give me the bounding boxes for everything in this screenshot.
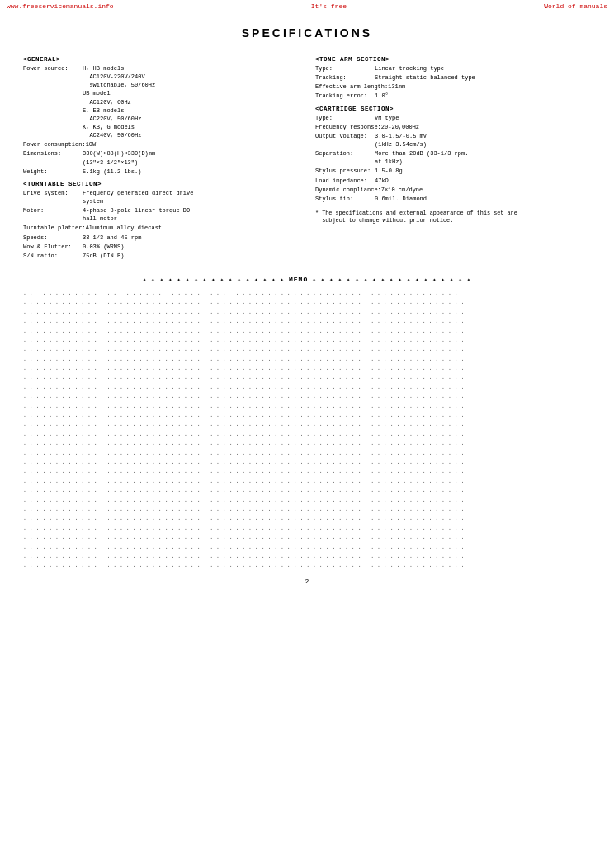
separation-value: More than 20dB (33-1/3 rpm. at 1kHz): [375, 149, 591, 166]
memo-dot-line: . . . . . . . . . . . . . . . . . . . . …: [23, 299, 591, 307]
power-source-value: H, HB models AC120V-220V/240V switchable…: [83, 64, 299, 139]
turntable-platter-value: Aluminum alloy diecast: [86, 224, 299, 232]
header-brand: World of manuals: [544, 2, 607, 10]
stylus-tip-label: Stylus tip:: [315, 195, 375, 203]
memo-dot-line: . . . . . . . . . . . . . . . . . . . . …: [23, 544, 591, 552]
stylus-pressure-label: Stylus pressure:: [315, 167, 375, 175]
memo-label: MEMO: [289, 276, 308, 283]
dynamic-compliance-label: Dynamic compliance:: [315, 186, 381, 194]
memo-dot-line: . . . . . . . . . . . . . . . . . . . . …: [23, 318, 591, 326]
effective-arm-label: Effective arm length:: [315, 83, 388, 91]
motor-value: 4-phase 8-pole linear torque DD hall mot…: [83, 206, 299, 223]
dimensions-row: Dimensions: 330(W)×88(H)×330(D)mm (13"×3…: [23, 149, 299, 166]
sn-ratio-label: S/N ratio:: [23, 252, 83, 260]
turntable-platter-row: Turntable platter: Aluminum alloy diecas…: [23, 224, 299, 232]
cartridge-type-label: Type:: [315, 114, 375, 122]
power-consumption-label: Power consumption:: [23, 140, 86, 149]
memo-dot-line: . . . . . . . . . . . . . . . . . . . . …: [23, 553, 591, 561]
tracking-error-value: 1.0°: [375, 92, 591, 100]
memo-dot-line: . . . . . . . . . . . . . . . . . . . . …: [23, 525, 591, 533]
tracking-error-label: Tracking error:: [315, 92, 375, 100]
motor-row: Motor: 4-phase 8-pole linear torque DD h…: [23, 206, 299, 223]
memo-dot-line: . . . . . . . . . . . . . . . . . . . . …: [23, 384, 591, 392]
stylus-tip-row: Stylus tip: 0.6mil. Diamond: [315, 195, 591, 203]
memo-dot-line: . . . . . . . . . . . . . . . . . . . . …: [23, 562, 591, 570]
load-impedance-label: Load impedance:: [315, 177, 375, 185]
memo-dot-line: . . . . . . . . . . . . . . . . . . . . …: [23, 328, 591, 336]
memo-dot-line: . . . . . . . . . . . . . . . . . . . . …: [23, 515, 591, 523]
memo-dot-lines: . . . . . . . . . . . . . . . . . . . . …: [23, 290, 591, 571]
freq-response-value: 20-20,000Hz: [381, 123, 591, 131]
memo-dot-line: . . . . . . . . . . . . . . . . . . . . …: [23, 440, 591, 448]
tone-arm-type-row: Type: Linear tracking type: [315, 64, 591, 73]
load-impedance-row: Load impedance: 47kΩ: [315, 177, 591, 185]
memo-stars-right: ✦ ✦ ✦ ✦ ✦ ✦ ✦ ✦ ✦ ✦ ✦ ✦ ✦ ✦ ✦ ✦ ✦ ✦ ✦: [308, 276, 471, 283]
power-consumption-row: Power consumption: 10W: [23, 140, 299, 149]
memo-dot-line: . . . . . . . . . . . . . . . . . . . . …: [23, 468, 591, 476]
effective-arm-row: Effective arm length: 131mm: [315, 83, 591, 91]
power-source-row: Power source: H, HB models AC120V-220V/2…: [23, 64, 299, 139]
weight-value: 5.1kg (11.2 lbs.): [83, 167, 299, 176]
tone-arm-type-value: Linear tracking type: [375, 64, 591, 73]
memo-dot-line: . . . . . . . . . . . . . . . . . . . . …: [23, 393, 591, 401]
dimensions-value: 330(W)×88(H)×330(D)mm (13"×3 1/2"×13"): [83, 149, 299, 166]
memo-dot-line: . . . . . . . . . . . . . . . . . . . . …: [23, 403, 591, 411]
memo-stars-left: ✦ ✦ ✦ ✦ ✦ ✦ ✦ ✦ ✦ ✦ ✦ ✦ ✦ ✦ ✦ ✦ ✦: [143, 276, 289, 283]
sn-ratio-value: 75dB (DIN B): [83, 252, 299, 260]
stylus-tip-value: 0.6mil. Diamond: [375, 195, 591, 203]
memo-header: ✦ ✦ ✦ ✦ ✦ ✦ ✦ ✦ ✦ ✦ ✦ ✦ ✦ ✦ ✦ ✦ ✦ MEMO ✦…: [23, 276, 591, 283]
speeds-row: Speeds: 33 1/3 and 45 rpm: [23, 234, 299, 242]
separation-label: Separation:: [315, 149, 375, 166]
stylus-pressure-row: Stylus pressure: 1.5-0.8g: [315, 167, 591, 175]
general-section-title: <GENERAL>: [23, 56, 299, 63]
power-source-label: Power source:: [23, 64, 83, 139]
memo-section: ✦ ✦ ✦ ✦ ✦ ✦ ✦ ✦ ✦ ✦ ✦ ✦ ✦ ✦ ✦ ✦ ✦ MEMO ✦…: [23, 276, 591, 283]
dimensions-label: Dimensions:: [23, 149, 83, 166]
output-voltage-value: 3.0-1.5/-0.5 mV (1kHz 3.54cm/s): [375, 132, 591, 149]
wow-flutter-value: 0.03% (WRMS): [83, 243, 299, 251]
dynamic-compliance-value: 7×10 cm/dyne: [381, 186, 591, 194]
weight-row: Weight: 5.1kg (11.2 lbs.): [23, 167, 299, 176]
cartridge-type-row: Type: VM type: [315, 114, 591, 122]
cartridge-section-title: <CARTRIDGE SECTION>: [315, 106, 591, 112]
output-voltage-row: Output voltage: 3.0-1.5/-0.5 mV (1kHz 3.…: [315, 132, 591, 149]
memo-dot-line: . . . . . . . . . . . . . . . . . . . . …: [23, 356, 591, 364]
specs-right-column: <TONE ARM SECTION> Type: Linear tracking…: [307, 51, 591, 261]
cartridge-type-value: VM type: [375, 114, 591, 122]
speeds-value: 33 1/3 and 45 rpm: [83, 234, 299, 242]
speeds-label: Speeds:: [23, 234, 83, 242]
drive-system-row: Drive system: Frequency generated direct…: [23, 189, 299, 205]
memo-dot-line: . . . . . . . . . . . . . . . . . . . . …: [23, 374, 591, 382]
memo-dot-line: . . . . . . . . . . . . . . . . . . . . …: [23, 290, 591, 298]
specs-left-column: <GENERAL> Power source: H, HB models AC1…: [23, 51, 307, 261]
header-tagline: It's free: [311, 2, 347, 10]
memo-dot-line: . . . . . . . . . . . . . . . . . . . . …: [23, 337, 591, 345]
output-voltage-label: Output voltage:: [315, 132, 375, 149]
memo-dot-line: . . . . . . . . . . . . . . . . . . . . …: [23, 309, 591, 317]
wow-flutter-row: Wow & Flutter: 0.03% (WRMS): [23, 243, 299, 251]
page-title: SPECIFICATIONS: [0, 26, 614, 40]
tracking-label: Tracking:: [315, 73, 375, 82]
freq-response-row: Frequency response: 20-20,000Hz: [315, 123, 591, 131]
memo-dot-line: . . . . . . . . . . . . . . . . . . . . …: [23, 346, 591, 354]
tracking-row: Tracking: Straight static balanced type: [315, 73, 591, 82]
power-consumption-value: 10W: [86, 140, 299, 149]
tracking-value: Straight static balanced type: [375, 73, 591, 82]
memo-dot-line: . . . . . . . . . . . . . . . . . . . . …: [23, 497, 591, 505]
drive-system-value: Frequency generated direct drive system: [83, 189, 299, 205]
drive-system-label: Drive system:: [23, 189, 83, 205]
page-number: 2: [0, 578, 614, 589]
memo-dot-line: . . . . . . . . . . . . . . . . . . . . …: [23, 431, 591, 439]
memo-dot-line: . . . . . . . . . . . . . . . . . . . . …: [23, 534, 591, 542]
memo-dot-line: . . . . . . . . . . . . . . . . . . . . …: [23, 459, 591, 467]
spec-note: * The specifications and external appear…: [315, 210, 591, 225]
memo-dot-line: . . . . . . . . . . . . . . . . . . . . …: [23, 421, 591, 429]
dynamic-compliance-row: Dynamic compliance: 7×10 cm/dyne: [315, 186, 591, 194]
separation-row: Separation: More than 20dB (33-1/3 rpm. …: [315, 149, 591, 166]
turntable-section-title: <TURNTABLE SECTION>: [23, 181, 299, 187]
freq-response-label: Frequency response:: [315, 123, 381, 131]
page-header: www.freeservicemanuals.info It's free Wo…: [0, 0, 614, 12]
sn-ratio-row: S/N ratio: 75dB (DIN B): [23, 252, 299, 260]
header-website: www.freeservicemanuals.info: [7, 2, 114, 10]
load-impedance-value: 47kΩ: [375, 177, 591, 185]
